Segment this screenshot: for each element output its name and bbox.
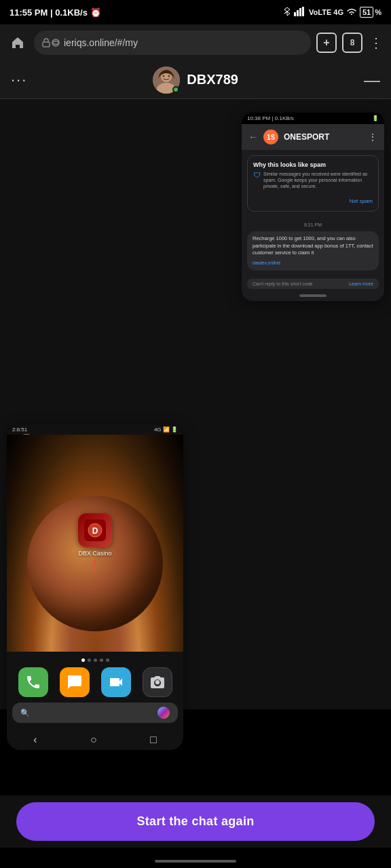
svg-point-10 — [168, 75, 170, 77]
new-tab-button[interactable]: + — [316, 33, 337, 53]
start-chat-button[interactable]: Start the chat again — [16, 802, 375, 841]
status-left: 11:55 PM | 0.1KB/s ⏰ — [10, 7, 101, 18]
network-type: VoLTE 4G — [309, 8, 343, 16]
url-text: ieriqs.online/#/my — [64, 37, 138, 48]
chat-content: 10:38 PM | 0.1KB/s 🔋 ← 1S ONESPORT ⋮ Why… — [0, 99, 391, 709]
phone-right-header: ← 1S ONESPORT ⋮ — [242, 124, 384, 150]
siri-icon[interactable] — [157, 707, 170, 719]
dot-4 — [100, 658, 103, 662]
message-bubble: Recharge 1000 to get 1000, and you can a… — [247, 231, 379, 271]
spam-text: Similar messages you received were ident… — [263, 171, 373, 189]
contact-name: ONESPORT — [284, 132, 329, 142]
tab-count-button[interactable]: 8 — [342, 33, 362, 53]
camera-app-icon[interactable] — [143, 667, 172, 697]
dock — [12, 667, 178, 697]
bluetooth-icon — [283, 7, 291, 18]
status-right: VoLTE 4G 51 % — [283, 7, 381, 18]
dot-2 — [88, 658, 91, 662]
phone-screenshot-left: 2:8:51 4G 📶 🔋 D DBX Casino — [7, 425, 183, 750]
svg-rect-1 — [297, 10, 299, 16]
shield-icon: 🛡 — [253, 171, 261, 179]
phone-right-messages: 8:21 PM Recharge 1000 to get 1000, and y… — [242, 217, 384, 276]
signal-bars — [294, 7, 306, 18]
more-icon: ⋮ — [368, 132, 377, 142]
svg-rect-0 — [294, 12, 296, 16]
bottom-indicator — [155, 860, 236, 863]
phone-screenshot-right: 10:38 PM | 0.1KB/s 🔋 ← 1S ONESPORT ⋮ Why… — [242, 113, 384, 301]
app-icon-label: DBX Casino — [78, 550, 111, 557]
dbx-casino-icon[interactable]: D — [78, 513, 112, 547]
phone-app-icon[interactable] — [18, 667, 48, 697]
alarm-icon: ⏰ — [90, 7, 101, 18]
dot-1 — [81, 658, 85, 662]
spam-title: Why this looks like spam — [253, 161, 373, 168]
avatar-container — [153, 66, 180, 94]
online-indicator — [172, 86, 179, 93]
svg-rect-3 — [302, 7, 304, 16]
search-icon: 🔍 — [20, 709, 30, 717]
spam-warning: Why this looks like spam 🛡 Similar messa… — [247, 155, 379, 212]
battery-icon: 51 % — [360, 7, 381, 18]
message-time: 8:21 PM — [247, 222, 379, 227]
svg-rect-2 — [299, 8, 301, 16]
svg-point-9 — [163, 75, 165, 77]
url-bar[interactable]: ieriqs.online/#/my — [34, 31, 311, 55]
wifi-signal — [346, 7, 357, 18]
browser-bar: ieriqs.online/#/my + 8 ⋮ — [0, 24, 391, 61]
url-security-icon — [42, 38, 60, 47]
home-button[interactable] — [7, 32, 29, 54]
search-bar[interactable]: 🔍 — [12, 703, 178, 723]
phone-right-statusbar: 10:38 PM | 0.1KB/s 🔋 — [242, 113, 384, 124]
nav-home[interactable]: ○ — [90, 734, 97, 746]
app-icon-container: D DBX Casino — [78, 513, 112, 573]
contact-icon: 1S — [263, 130, 278, 144]
not-spam-button[interactable]: Not spam — [350, 198, 373, 204]
facetime-app-icon[interactable] — [101, 667, 131, 697]
nav-back[interactable]: ‹ — [33, 734, 37, 746]
learn-more-link[interactable]: Learn more — [349, 281, 373, 286]
dot-3 — [94, 658, 97, 662]
status-bar: 11:55 PM | 0.1KB/s ⏰ VoLTE 4G 5 — [0, 0, 391, 24]
start-chat-wrapper: Start the chat again — [0, 795, 391, 848]
browser-menu-button[interactable]: ⋮ — [368, 35, 384, 51]
message-link[interactable]: dautev.online — [253, 260, 280, 265]
chat-menu-button[interactable]: ··· — [11, 71, 27, 89]
status-time: 11:55 PM | 0.1KB/s — [10, 7, 88, 18]
back-icon: ← — [248, 132, 258, 142]
minimize-button[interactable]: — — [364, 71, 380, 90]
dock-area: 🔍 — [7, 652, 183, 730]
dot-5 — [106, 658, 109, 662]
chat-username: DBX789 — [187, 72, 238, 87]
bottom-handle — [299, 294, 327, 297]
messages-app-icon[interactable] — [60, 667, 90, 697]
svg-rect-4 — [43, 42, 50, 47]
svg-point-5 — [52, 39, 59, 46]
svg-text:D: D — [92, 526, 98, 536]
nav-recents[interactable]: □ — [150, 734, 157, 746]
reply-bar: Can't reply to this short code Learn mor… — [247, 279, 379, 289]
chat-header-center: DBX789 — [35, 66, 356, 94]
browser-actions: + 8 ⋮ — [316, 33, 384, 53]
mars-wallpaper: D DBX Casino — [7, 435, 183, 652]
chat-header: ··· DBX789 — — [0, 61, 391, 99]
phone-navbar: ‹ ○ □ — [7, 730, 183, 750]
phone-left-statusbar: 2:8:51 4G 📶 🔋 — [7, 425, 183, 435]
page-dots — [12, 658, 178, 662]
cursor — [94, 559, 96, 573]
